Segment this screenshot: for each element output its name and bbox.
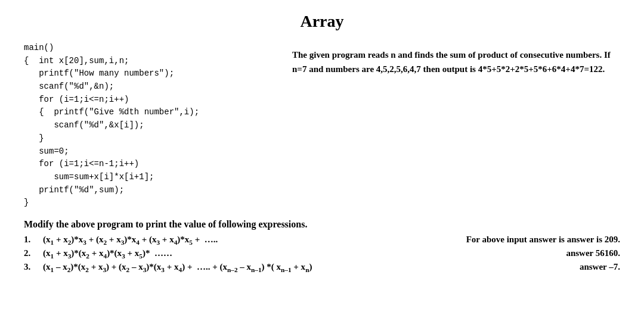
exercise-answer-2: answer 56160. <box>453 248 620 258</box>
list-item: 2. (x1 + x3)*(x2 + x4)*(x3 + x5)* …… ans… <box>24 248 620 260</box>
code-block: main() { int x[20],sum,i,n; printf("How … <box>24 42 274 210</box>
page-container: Array main() { int x[20],sum,i,n; printf… <box>24 12 620 276</box>
list-item: 3. (x1 – x2)*(x2 + x3) + (x2 – x3)*(x3 +… <box>24 262 620 273</box>
exercise-answer-3: answer –7. <box>453 262 620 272</box>
description-text: The given program reads n and finds the … <box>292 50 611 74</box>
exercise-num-3: 3. <box>24 262 37 272</box>
exercise-expr-1: (x1 + x2)*x3 + (x2 + x3)*x4 + (x3 + x4)*… <box>43 235 447 246</box>
exercise-answer-1: For above input answer is answer is 209. <box>453 235 620 245</box>
description-section: The given program reads n and finds the … <box>292 42 620 210</box>
list-item: 1. (x1 + x2)*x3 + (x2 + x3)*x4 + (x3 + x… <box>24 235 620 246</box>
exercises-section: Modify the above program to print the va… <box>24 219 620 273</box>
exercise-expr-2: (x1 + x3)*(x2 + x4)*(x3 + x5)* …… <box>43 248 447 260</box>
main-content: main() { int x[20],sum,i,n; printf("How … <box>24 42 620 210</box>
exercises-title: Modify the above program to print the va… <box>24 219 620 230</box>
code-section: main() { int x[20],sum,i,n; printf("How … <box>24 42 274 210</box>
page-title: Array <box>24 12 620 31</box>
exercise-list: 1. (x1 + x2)*x3 + (x2 + x3)*x4 + (x3 + x… <box>24 235 620 273</box>
exercise-num-1: 1. <box>24 235 37 245</box>
exercise-expr-3: (x1 – x2)*(x2 + x3) + (x2 – x3)*(x3 + x4… <box>43 262 447 273</box>
exercise-num-2: 2. <box>24 248 37 258</box>
